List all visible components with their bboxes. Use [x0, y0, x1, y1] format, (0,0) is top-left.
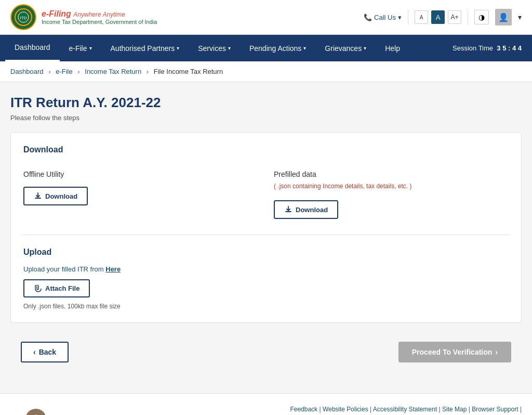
breadcrumb-separator: ›: [147, 68, 151, 75]
chevron-down-icon: ▾: [364, 45, 366, 51]
download-title: Download: [23, 145, 509, 160]
nav-efile[interactable]: e-File ▾: [60, 36, 101, 61]
attach-icon: [34, 285, 42, 292]
footer-policies-link[interactable]: Website Policies: [323, 406, 368, 413]
logo-subtitle: Income Tax Department, Government of Ind…: [42, 19, 157, 25]
upload-here-link[interactable]: Here: [105, 265, 121, 273]
download-grid: Offline Utility Download Prefilled data …: [23, 170, 509, 235]
upload-label: Upload your filled ITR from Here: [23, 265, 509, 273]
efiling-label: e-Filing: [42, 9, 71, 18]
breadcrumb-efile[interactable]: e-File: [56, 68, 73, 75]
prefilled-btn-label: Download: [296, 206, 328, 214]
chevron-right-icon: ›: [495, 348, 498, 356]
proceed-btn-label: Proceed To Verification: [412, 348, 493, 356]
back-button[interactable]: ‹ Back: [21, 342, 69, 362]
upload-text: Upload your filled ITR from: [23, 265, 104, 273]
logo-title: e-Filing Anywhere Anytime: [42, 9, 157, 19]
chevron-down-icon: ▾: [398, 14, 402, 21]
chevron-down-icon: ▾: [89, 45, 92, 51]
footer-feedback-link[interactable]: Feedback: [290, 406, 317, 413]
nav-grievances-label: Grievances: [325, 44, 362, 53]
breadcrumb-separator: ›: [77, 68, 82, 75]
header-controls: 📞 Call Us ▾ A A A+ ◑ 👤 ▾: [364, 9, 522, 25]
nav-dashboard-label: Dashboard: [15, 43, 50, 51]
prefilled-download-button[interactable]: Download: [274, 200, 338, 219]
nav-dashboard[interactable]: Dashboard: [5, 35, 60, 61]
download-section: Download Offline Utility Download Prefil…: [23, 145, 509, 235]
offline-btn-label: Download: [45, 192, 77, 200]
contrast-toggle[interactable]: ◑: [474, 10, 489, 24]
nav-services-label: Services: [198, 44, 226, 53]
breadcrumb-dashboard[interactable]: Dashboard: [10, 68, 44, 75]
itr-card: Download Offline Utility Download Prefil…: [10, 132, 522, 323]
breadcrumb-current: File Income Tax Return: [154, 68, 223, 75]
footer-left: 🏛️ india.gov.in national portal of india: [10, 409, 61, 415]
user-menu-button[interactable]: 👤: [495, 9, 512, 25]
nav-pending-label: Pending Actions: [249, 44, 301, 53]
back-btn-label: Back: [39, 348, 56, 356]
font-controls: A A A+: [415, 10, 461, 24]
nav-help-label: Help: [385, 44, 400, 53]
action-bar: ‹ Back Proceed To Verification ›: [10, 333, 522, 371]
nav-grievances[interactable]: Grievances ▾: [315, 36, 376, 61]
nav-help[interactable]: Help: [376, 36, 409, 61]
footer-accessibility-link[interactable]: Accessibility Statement: [373, 406, 437, 413]
chevron-down-icon: ▾: [303, 45, 306, 51]
offline-download-button[interactable]: Download: [23, 187, 88, 205]
attach-file-button[interactable]: Attach File: [23, 279, 90, 297]
chevron-down-icon: ▾: [228, 45, 231, 51]
contrast-icon: ◑: [478, 13, 485, 21]
font-small-button[interactable]: A: [415, 10, 428, 24]
prefilled-data-col: Prefilled data ( .json containing Income…: [274, 170, 509, 219]
main-content: ITR Return A.Y. 2021-22 Please follow th…: [0, 82, 532, 393]
svg-text:ITD: ITD: [20, 16, 27, 20]
proceed-button[interactable]: Proceed To Verification ›: [398, 342, 511, 362]
call-us-label: Call Us: [374, 14, 396, 21]
offline-utility-col: Offline Utility Download: [23, 170, 258, 219]
footer-browser-link[interactable]: Browser Support: [472, 406, 518, 413]
attach-btn-label: Attach File: [45, 284, 79, 292]
session-timer: Session Time 3 5 : 4 4: [447, 36, 527, 60]
nav-authorised-partners[interactable]: Authorised Partners ▾: [101, 36, 189, 61]
nav-efile-label: e-File: [69, 44, 87, 53]
download-icon: [284, 205, 292, 214]
download-icon: [34, 192, 42, 200]
chevron-down-icon: ▾: [177, 45, 179, 51]
india-gov-emblem: 🏛️: [25, 409, 46, 415]
font-medium-button[interactable]: A: [431, 10, 445, 24]
nav-pending-actions[interactable]: Pending Actions ▾: [240, 36, 315, 61]
nav-services[interactable]: Services ▾: [189, 36, 240, 61]
upload-title: Upload: [23, 248, 509, 257]
page-subtitle: Please follow the steps: [10, 114, 522, 122]
chevron-left-icon: ‹: [33, 348, 36, 356]
logo-emblem: ITD: [10, 4, 36, 30]
prefilled-note: ( .json containing Income details, tax d…: [274, 183, 509, 190]
breadcrumb-separator: ›: [48, 68, 52, 75]
call-us-button[interactable]: 📞 Call Us ▾: [364, 14, 402, 21]
footer-links: Feedback | Website Policies | Accessibil…: [231, 404, 522, 415]
logo-text: e-Filing Anywhere Anytime Income Tax Dep…: [42, 9, 157, 25]
footer-logo: 🏛️ india.gov.in national portal of india: [10, 409, 61, 415]
footer-sitemap-link[interactable]: Site Map: [442, 406, 467, 413]
logo-tagline: Anywhere Anytime: [73, 11, 125, 18]
prefilled-label: Prefilled data: [274, 170, 509, 178]
divider2: [468, 9, 468, 25]
footer: 🏛️ india.gov.in national portal of india…: [0, 393, 532, 415]
divider: [408, 9, 408, 25]
file-note: Only .json files. 100kb max file size: [23, 303, 509, 310]
footer-right: Feedback | Website Policies | Accessibil…: [231, 404, 522, 415]
phone-icon: 📞: [364, 14, 372, 21]
user-dropdown-chevron[interactable]: ▾: [518, 13, 522, 21]
session-label: Session Time: [453, 44, 493, 52]
breadcrumb-itr[interactable]: Income Tax Return: [85, 68, 141, 75]
nav-partners-label: Authorised Partners: [111, 44, 175, 53]
session-value: 3 5 : 4 4: [497, 44, 522, 52]
user-icon: 👤: [498, 12, 509, 22]
logo-area: ITD e-Filing Anywhere Anytime Income Tax…: [10, 4, 157, 30]
upload-section: Upload Upload your filled ITR from Here …: [23, 248, 509, 310]
font-large-button[interactable]: A+: [448, 10, 461, 24]
page-title: ITR Return A.Y. 2021-22: [10, 95, 522, 111]
breadcrumb: Dashboard › e-File › Income Tax Return ›…: [0, 61, 532, 82]
offline-utility-label: Offline Utility: [23, 170, 258, 178]
main-nav: Dashboard e-File ▾ Authorised Partners ▾…: [0, 35, 532, 61]
